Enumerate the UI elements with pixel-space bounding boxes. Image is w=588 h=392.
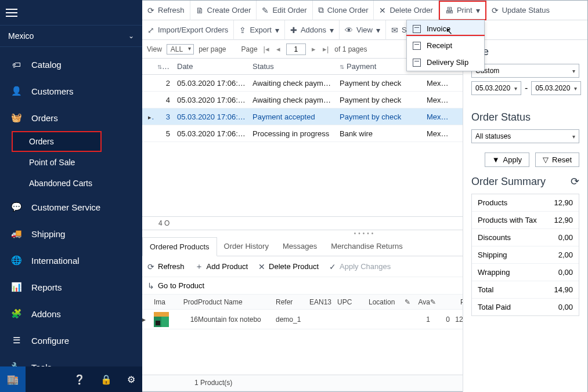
nav-label: Customers bbox=[31, 86, 74, 96]
apply-button[interactable]: ▼Apply bbox=[485, 153, 529, 167]
sort-icon[interactable]: ⇅ bbox=[157, 64, 162, 70]
gear-icon[interactable]: ⚙ bbox=[127, 374, 135, 385]
per-page-label: per page bbox=[199, 45, 226, 53]
help-icon[interactable]: ❔ bbox=[74, 374, 85, 385]
pencil-icon: ✎ bbox=[262, 6, 269, 15]
ph-pid[interactable]: Prod bbox=[178, 298, 198, 306]
update-status-button[interactable]: ⟳Update Status bbox=[486, 1, 555, 20]
store-icon[interactable]: 🏬 bbox=[0, 366, 26, 392]
nav-addons[interactable]: 🧩Addons bbox=[0, 300, 142, 327]
nav-configure[interactable]: ☰Configure bbox=[0, 327, 142, 354]
summary-row: Products with Tax12,90 bbox=[472, 212, 579, 229]
plus-icon: ＋ bbox=[195, 262, 203, 272]
chart-icon: 📊 bbox=[10, 282, 22, 292]
product-thumb bbox=[154, 312, 169, 327]
delete-order-button[interactable]: ✕Delete Order bbox=[374, 1, 438, 20]
pencil-icon: ✎ bbox=[405, 298, 413, 306]
btn-label: Print bbox=[457, 6, 472, 14]
subnav-abandoned[interactable]: Abandoned Carts bbox=[0, 173, 142, 194]
clone-order-button[interactable]: ⧉Clone Order bbox=[313, 1, 374, 20]
last-page-button[interactable]: ▸| bbox=[322, 45, 330, 53]
right-panel: nge Custom 05.03.2020 - 05.03.2020 Order… bbox=[463, 40, 587, 392]
edit-order-button[interactable]: ✎Edit Order bbox=[257, 1, 312, 20]
col-status[interactable]: Status bbox=[252, 62, 274, 71]
nav-shipping[interactable]: 🚚Shipping bbox=[0, 220, 142, 247]
export-button[interactable]: ⇪Export▾ bbox=[234, 20, 285, 40]
ph-ean[interactable]: EAN13 bbox=[309, 298, 337, 306]
nav-service[interactable]: 💬Customer Service bbox=[0, 194, 142, 220]
col-payment[interactable]: Payment bbox=[347, 62, 376, 71]
secondary-toolbar: ⤢Import/Export Orders ⇪Export▾ ✚Addons▾ … bbox=[142, 20, 587, 40]
add-product-button[interactable]: ＋Add Product bbox=[190, 257, 254, 277]
date-to[interactable]: 05.03.2020 bbox=[531, 81, 581, 95]
check-icon: ✓ bbox=[329, 262, 336, 271]
print-button[interactable]: 🖶Print▾ bbox=[439, 1, 486, 20]
next-page-button[interactable]: ▸ bbox=[311, 45, 317, 53]
print-delivery-slip[interactable]: Delivery Slip bbox=[407, 54, 484, 71]
subnav-pos[interactable]: Point of Sale bbox=[0, 152, 142, 173]
x-icon: ✕ bbox=[258, 262, 265, 271]
page-label: Page bbox=[241, 45, 258, 53]
doc-icon bbox=[413, 42, 421, 50]
ph-av[interactable]: Ava bbox=[413, 298, 430, 306]
nav-international[interactable]: 🌐International bbox=[0, 247, 142, 274]
nav-label: Orders bbox=[31, 113, 58, 123]
sort-icon[interactable]: ⇅ bbox=[340, 64, 344, 70]
chevron-down-icon: ⌄ bbox=[128, 32, 134, 40]
tab-products[interactable]: Ordered Products bbox=[142, 237, 217, 256]
ph-loc[interactable]: Location bbox=[369, 298, 405, 306]
date-from[interactable]: 05.03.2020 bbox=[471, 81, 521, 95]
col-date[interactable]: Date bbox=[177, 62, 193, 71]
lock-icon[interactable]: 🔒 bbox=[100, 374, 112, 385]
reset-button[interactable]: ▽Reset bbox=[535, 153, 579, 167]
prod-refresh-button[interactable]: ⟳Refresh bbox=[142, 257, 190, 277]
refresh-icon[interactable]: ⟳ bbox=[571, 175, 579, 188]
page-of-label: of 1 pages bbox=[334, 45, 367, 53]
funnel-icon: ▼ bbox=[492, 155, 500, 164]
nav-orders[interactable]: 🧺Orders bbox=[0, 104, 142, 131]
ph-price[interactable]: P bbox=[438, 298, 465, 306]
page-size-select[interactable]: ALL bbox=[167, 44, 194, 55]
highlight-orders: Orders bbox=[12, 131, 102, 152]
sub-label: Abandoned Carts bbox=[29, 179, 92, 188]
ph-upc[interactable]: UPC bbox=[337, 298, 369, 306]
tab-returns[interactable]: Merchandise Returns bbox=[324, 237, 410, 256]
sub-label: Orders bbox=[29, 137, 54, 146]
ph-ref[interactable]: Refer bbox=[276, 298, 309, 306]
hamburger-icon[interactable] bbox=[0, 0, 142, 25]
tab-history[interactable]: Order History bbox=[217, 237, 276, 256]
chat-icon: 💬 bbox=[10, 202, 22, 212]
apply-changes-button[interactable]: ✓Apply Changes bbox=[324, 257, 396, 277]
btn-label: Addons bbox=[301, 26, 326, 34]
shop-selector[interactable]: Mexico ⌄ bbox=[0, 25, 142, 47]
addons-button[interactable]: ✚Addons▾ bbox=[285, 20, 340, 40]
tab-messages[interactable]: Messages bbox=[276, 237, 324, 256]
print-receipt[interactable]: Receipt bbox=[407, 37, 484, 54]
import-export-button[interactable]: ⤢Import/Export Orders bbox=[142, 20, 234, 40]
nav-reports[interactable]: 📊Reports bbox=[0, 274, 142, 300]
view-button[interactable]: 👁View▾ bbox=[340, 20, 386, 40]
refresh-button[interactable]: ⟳Refresh bbox=[142, 1, 190, 20]
ph-img[interactable]: Ima bbox=[154, 298, 178, 306]
btn-label: Refresh bbox=[158, 6, 185, 14]
status-select[interactable]: All statuses bbox=[471, 129, 579, 143]
cell-av: 1 bbox=[413, 315, 430, 324]
summary-table: Products12,90Products with Tax12,90Disco… bbox=[471, 194, 579, 316]
prev-page-button[interactable]: ◂ bbox=[275, 45, 282, 53]
cycle-icon: ⟳ bbox=[492, 6, 499, 15]
first-page-button[interactable]: |◂ bbox=[262, 45, 270, 53]
goto-product-button[interactable]: ↳Go to Product bbox=[142, 276, 210, 296]
page-number-input[interactable] bbox=[286, 43, 306, 55]
create-order-button[interactable]: 🗎Create Order bbox=[190, 1, 257, 20]
summary-row: Shipping2,00 bbox=[472, 246, 579, 264]
nav-catalog[interactable]: 🏷Catalog bbox=[0, 52, 142, 78]
delete-product-button[interactable]: ✕Delete Product bbox=[253, 257, 324, 277]
doc-icon bbox=[413, 25, 421, 33]
refresh-icon: ⟳ bbox=[147, 262, 154, 271]
ph-name[interactable]: Product Name bbox=[198, 298, 276, 306]
upload-icon: ⇪ bbox=[239, 26, 246, 35]
subnav-orders[interactable]: Orders bbox=[13, 132, 100, 151]
range-preset-select[interactable]: Custom bbox=[471, 64, 579, 78]
nav-label: International bbox=[31, 256, 80, 266]
nav-customers[interactable]: 👤Customers bbox=[0, 78, 142, 104]
